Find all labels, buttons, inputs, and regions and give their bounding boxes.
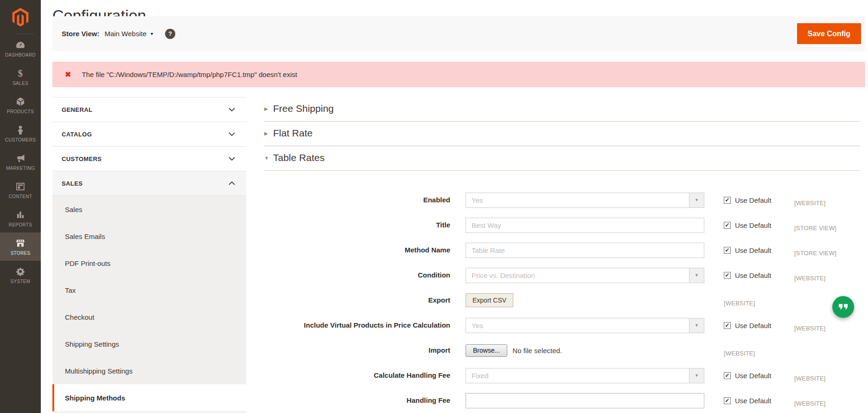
use-default-label: Use Default (735, 246, 771, 254)
use-default-checkbox[interactable]: ✓ (724, 247, 731, 254)
use-default-checkbox[interactable]: ✓ (724, 197, 731, 204)
config-nav-section-catalog[interactable]: CATALOG (52, 122, 246, 147)
use-default-checkbox[interactable]: ✓ (724, 397, 731, 404)
store-view-current: Main Website (104, 30, 147, 38)
subnav-item-sales[interactable]: Sales (52, 196, 246, 223)
field-row-method-name: Method Name Table Rate ✓ Use Default [ST… (264, 238, 860, 263)
sidebar-item-dashboard[interactable]: DASHBOARD (0, 34, 41, 63)
use-default-control[interactable]: ✓ Use Default (724, 372, 794, 380)
method-name-input[interactable]: Table Rate (466, 243, 704, 258)
app-sidebar: DASHBOARD $ SALES PRODUCTS CUSTOMERS MAR… (0, 0, 41, 413)
sidebar-item-marketing[interactable]: MARKETING (0, 148, 41, 176)
sidebar-item-label: DASHBOARD (5, 52, 36, 58)
magento-logo[interactable] (0, 0, 41, 34)
subnav-item-tax[interactable]: Tax (52, 277, 246, 303)
subnav-item-multishipping-settings[interactable]: Multishipping Settings (52, 357, 246, 384)
checkmark-icon: ✓ (725, 222, 729, 228)
field-row-export: Export Export CSV [WEBSITE] (264, 288, 860, 313)
chat-bubble-button[interactable] (832, 296, 854, 318)
include-virtual-select[interactable]: Yes ▼ (466, 318, 704, 333)
use-default-control[interactable]: ✓ Use Default (724, 271, 794, 279)
file-selected-text: No file selected. (512, 347, 562, 355)
config-nav-section-sales[interactable]: SALES (52, 171, 246, 196)
field-row-condition: Condition Price vs. Destination ▼ ✓ Use … (264, 263, 860, 288)
subnav-item-sales-emails[interactable]: Sales Emails (52, 223, 246, 250)
subnav-item-shipping-methods[interactable]: Shipping Methods (52, 384, 246, 411)
select-arrow-icon[interactable]: ▼ (689, 268, 704, 283)
store-view-toolbar: Store View: Main Website ▾ ? Save Config (52, 16, 865, 51)
sidebar-item-content[interactable]: CONTENT (0, 176, 41, 204)
sidebar-item-products[interactable]: PRODUCTS (0, 91, 41, 119)
subnav-label: Shipping Methods (65, 394, 125, 402)
subnav-label: Sales (65, 206, 83, 213)
reports-icon (15, 209, 26, 220)
sidebar-item-label: CONTENT (9, 194, 32, 199)
use-default-control[interactable]: ✓ Use Default (724, 221, 794, 229)
field-row-handling-fee: Handling Fee ✓ Use Default [WEBSITE] (264, 388, 860, 413)
config-nav-section-customers[interactable]: CUSTOMERS (52, 147, 246, 171)
svg-text:$: $ (18, 68, 23, 79)
select-arrow-icon[interactable]: ▼ (689, 368, 704, 383)
browse-label: Browse... (473, 347, 500, 354)
chevron-down-icon (229, 108, 235, 111)
save-config-button[interactable]: Save Config (797, 23, 861, 44)
select-arrow-icon[interactable]: ▼ (689, 318, 704, 333)
system-icon (15, 266, 26, 277)
subnav-label: Sales Emails (65, 232, 105, 240)
select-arrow-icon[interactable]: ▼ (689, 193, 704, 207)
content-row: GENERAL CATALOG CUSTOMERS SALES (52, 97, 865, 413)
subnav-label: Checkout (65, 313, 94, 321)
use-default-control[interactable]: ✓ Use Default (724, 322, 794, 329)
section-flat-rate[interactable]: ▶ Flat Rate (264, 122, 860, 146)
products-icon (15, 96, 26, 107)
checkmark-icon: ✓ (725, 197, 729, 203)
sidebar-item-customers[interactable]: CUSTOMERS (0, 119, 41, 148)
checkmark-icon: ✓ (725, 247, 729, 253)
section-free-shipping[interactable]: ▶ Free Shipping (264, 97, 860, 122)
use-default-label: Use Default (735, 397, 771, 405)
calculate-handling-fee-select[interactable]: Fixed ▼ (466, 368, 704, 383)
subnav-label: PDF Print-outs (65, 259, 110, 267)
section-table-rates[interactable]: ▼ Table Rates (264, 146, 860, 171)
subnav-item-checkout[interactable]: Checkout (52, 303, 246, 330)
use-default-checkbox[interactable]: ✓ (724, 372, 731, 379)
sidebar-item-system[interactable]: SYSTEM (0, 261, 41, 289)
sidebar-item-reports[interactable]: REPORTS (0, 204, 41, 232)
condition-select[interactable]: Price vs. Destination ▼ (466, 268, 704, 283)
scope-label: [WEBSITE] (724, 350, 755, 357)
store-view-switcher[interactable]: Main Website ▾ (104, 30, 153, 38)
title-input[interactable]: Best Way (466, 218, 704, 233)
sales-icon: $ (15, 68, 26, 79)
config-nav-section-general[interactable]: GENERAL (52, 97, 246, 122)
export-csv-button[interactable]: Export CSV (466, 293, 513, 307)
content-icon (15, 181, 26, 192)
use-default-checkbox[interactable]: ✓ (724, 272, 731, 279)
sidebar-item-sales[interactable]: $ SALES (0, 63, 41, 91)
field-label: Calculate Handling Fee (264, 371, 450, 380)
browse-file-button[interactable]: Browse... (466, 344, 507, 357)
use-default-label: Use Default (735, 271, 771, 279)
subnav-item-shipping-settings[interactable]: Shipping Settings (52, 330, 246, 357)
use-default-checkbox[interactable]: ✓ (724, 322, 731, 329)
sidebar-item-stores[interactable]: STORES (0, 232, 41, 261)
section-title: Table Rates (273, 152, 325, 163)
field-row-enabled: Enabled Yes ▼ ✓ Use Default [WEBSITE] (264, 187, 860, 213)
sidebar-item-label: STORES (11, 251, 31, 256)
store-view-label: Store View: (62, 30, 99, 38)
handling-fee-input[interactable] (466, 393, 704, 408)
sidebar-item-label: SYSTEM (11, 279, 31, 284)
checkmark-icon: ✓ (725, 398, 729, 403)
field-label: Include Virtual Products in Price Calcul… (264, 321, 450, 329)
use-default-control[interactable]: ✓ Use Default (724, 246, 794, 254)
help-icon[interactable]: ? (165, 29, 175, 39)
subnav-label: Multishipping Settings (65, 367, 133, 375)
use-default-control[interactable]: ✓ Use Default (724, 397, 794, 405)
sidebar-item-label: CUSTOMERS (5, 137, 36, 142)
collapsed-triangle-icon: ▶ (264, 131, 273, 136)
subnav-item-pdf-print-outs[interactable]: PDF Print-outs (52, 250, 246, 277)
enabled-select[interactable]: Yes ▼ (466, 193, 704, 208)
use-default-checkbox[interactable]: ✓ (724, 222, 731, 229)
field-row-title: Title Best Way ✓ Use Default [STORE VIEW… (264, 213, 860, 238)
use-default-control[interactable]: ✓ Use Default (724, 196, 794, 204)
customers-icon (15, 124, 26, 136)
